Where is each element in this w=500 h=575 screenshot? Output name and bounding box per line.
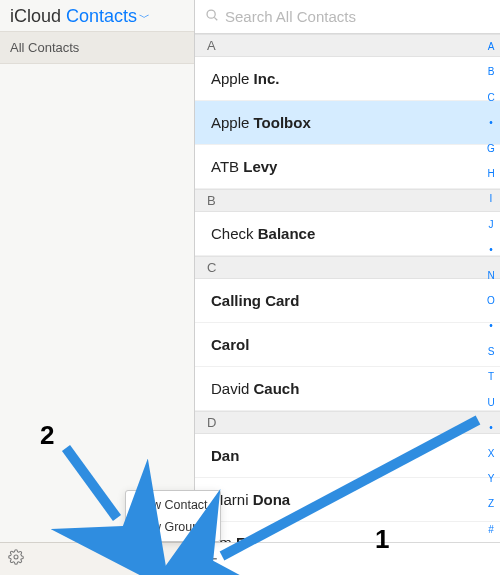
index-letter[interactable]: Z bbox=[484, 499, 498, 509]
menu-item-new-contact[interactable]: New Contact bbox=[126, 494, 220, 516]
app-switcher[interactable]: iCloud Contacts﹀ bbox=[0, 0, 194, 31]
index-letter[interactable]: A bbox=[484, 42, 498, 52]
index-letter[interactable]: C bbox=[484, 93, 498, 103]
index-letter[interactable]: Y bbox=[484, 474, 498, 484]
contact-last: Cauch bbox=[254, 380, 300, 397]
gear-icon[interactable] bbox=[8, 549, 24, 569]
plus-icon[interactable]: + bbox=[205, 548, 218, 570]
sidebar: iCloud Contacts﹀ All Contacts bbox=[0, 0, 195, 575]
main-footer: + bbox=[195, 542, 500, 575]
main-column: A Apple Inc. Apple Toolbox ATB Levy B Ch… bbox=[195, 0, 500, 575]
index-letter[interactable]: • bbox=[484, 245, 498, 255]
contact-row[interactable]: Apple Inc. bbox=[195, 57, 500, 101]
contact-row[interactable]: Dan bbox=[195, 434, 500, 478]
index-letter[interactable]: X bbox=[484, 449, 498, 459]
index-letter[interactable]: N bbox=[484, 271, 498, 281]
contact-last: Fe bbox=[236, 534, 254, 542]
contact-row[interactable]: Marni Dona bbox=[195, 478, 500, 522]
contact-last: Balance bbox=[258, 225, 316, 242]
index-letter[interactable]: B bbox=[484, 67, 498, 77]
app-name: Contacts bbox=[66, 6, 137, 26]
section-header: B bbox=[195, 189, 500, 212]
contact-row[interactable]: Calling Card bbox=[195, 279, 500, 323]
search-icon bbox=[205, 8, 219, 25]
index-letter[interactable]: J bbox=[484, 220, 498, 230]
section-header: C bbox=[195, 256, 500, 279]
index-letter[interactable]: H bbox=[484, 169, 498, 179]
contact-last: Inc. bbox=[254, 70, 280, 87]
chevron-down-icon: ﹀ bbox=[139, 10, 150, 25]
contact-row[interactable]: ATB Levy bbox=[195, 145, 500, 189]
index-strip[interactable]: A B C • G H I J • N O • S T U • X Y Z # bbox=[484, 36, 498, 541]
index-letter[interactable]: O bbox=[484, 296, 498, 306]
svg-line-2 bbox=[214, 17, 217, 20]
contact-first: Apple bbox=[211, 114, 249, 131]
index-letter[interactable]: G bbox=[484, 144, 498, 154]
search-input[interactable] bbox=[225, 8, 490, 25]
index-letter[interactable]: U bbox=[484, 398, 498, 408]
index-letter[interactable]: # bbox=[484, 525, 498, 535]
contact-last: Toolbox bbox=[254, 114, 311, 131]
contact-row[interactable]: Carol bbox=[195, 323, 500, 367]
add-menu-popup: New Contact New Group bbox=[125, 490, 221, 542]
contact-first: Check bbox=[211, 225, 254, 242]
contact-row[interactable]: Check Balance bbox=[195, 212, 500, 256]
contact-first: Calling Card bbox=[211, 292, 299, 309]
brand-label: iCloud bbox=[10, 6, 61, 26]
contact-first: ATB bbox=[211, 158, 239, 175]
index-letter[interactable]: • bbox=[484, 118, 498, 128]
contact-first: Apple bbox=[211, 70, 249, 87]
contact-row[interactable]: Apple Toolbox bbox=[195, 101, 500, 145]
search-row bbox=[195, 0, 500, 34]
index-letter[interactable]: I bbox=[484, 194, 498, 204]
contact-last: Levy bbox=[243, 158, 277, 175]
contact-first: Carol bbox=[211, 336, 249, 353]
index-letter[interactable]: • bbox=[484, 321, 498, 331]
sidebar-footer bbox=[0, 542, 194, 575]
section-header: D bbox=[195, 411, 500, 434]
index-letter[interactable]: • bbox=[484, 423, 498, 433]
contact-row[interactable]: am Fe bbox=[195, 522, 500, 542]
contacts-list[interactable]: A Apple Inc. Apple Toolbox ATB Levy B Ch… bbox=[195, 34, 500, 542]
sidebar-group-all-contacts[interactable]: All Contacts bbox=[0, 31, 194, 64]
menu-item-new-group[interactable]: New Group bbox=[126, 516, 220, 538]
svg-point-1 bbox=[207, 10, 215, 18]
index-letter[interactable]: T bbox=[484, 372, 498, 382]
sidebar-group-label: All Contacts bbox=[10, 40, 79, 55]
index-letter[interactable]: S bbox=[484, 347, 498, 357]
contact-last: Dona bbox=[253, 491, 291, 508]
contact-first: Dan bbox=[211, 447, 239, 464]
section-header: A bbox=[195, 34, 500, 57]
contact-row[interactable]: David Cauch bbox=[195, 367, 500, 411]
contact-first: David bbox=[211, 380, 249, 397]
svg-point-0 bbox=[14, 555, 18, 559]
